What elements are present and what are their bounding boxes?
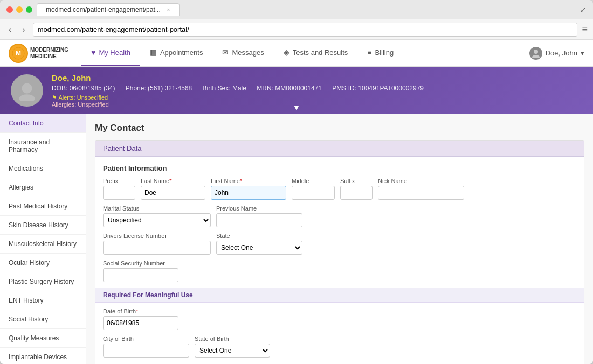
patient-data-section-header: Patient Data bbox=[95, 141, 584, 157]
tab-my-health[interactable]: ♥ My Health bbox=[81, 40, 140, 66]
nick-name-group: Nick Name bbox=[378, 178, 464, 200]
browser-menu-icon[interactable]: ≡ bbox=[582, 24, 588, 35]
marital-status-group: Marital Status Unspecified bbox=[103, 205, 211, 227]
ssn-label: Social Security Number bbox=[103, 260, 178, 267]
sidebar-item-past-medical-history[interactable]: Past Medical History bbox=[0, 197, 86, 216]
tab-appointments-label: Appointments bbox=[160, 48, 203, 57]
drivers-license-group: Drivers License Number bbox=[103, 233, 211, 255]
browser-titlebar: modmed.com/patient-engagement/pat... × ⤢ bbox=[0, 0, 593, 19]
user-name: Doe, John bbox=[546, 49, 577, 57]
minimize-button[interactable] bbox=[16, 6, 23, 13]
billing-icon: ≡ bbox=[367, 48, 371, 57]
sidebar-item-social-history[interactable]: Social History bbox=[0, 310, 86, 329]
patient-data-section-body: Patient Information Prefix Last Name* bbox=[95, 157, 584, 364]
browser-tab[interactable]: modmed.com/patient-engagement/pat... × bbox=[37, 3, 180, 16]
middle-input[interactable] bbox=[292, 186, 335, 200]
tests-icon: ◈ bbox=[284, 48, 289, 57]
maximize-button[interactable] bbox=[26, 6, 32, 13]
patient-information-title: Patient Information bbox=[103, 164, 576, 172]
heart-icon: ♥ bbox=[91, 48, 95, 57]
sidebar-item-skin-disease-history[interactable]: Skin Disease History bbox=[0, 216, 86, 235]
previous-name-input[interactable] bbox=[216, 213, 302, 227]
browser-toolbar: ‹ › ≡ bbox=[0, 19, 593, 40]
marital-status-select[interactable]: Unspecified bbox=[103, 213, 211, 227]
birth-location-row: City of Birth State of Birth Select One bbox=[103, 335, 576, 358]
suffix-input[interactable] bbox=[340, 186, 373, 200]
middle-label: Middle bbox=[292, 178, 335, 184]
tab-my-health-label: My Health bbox=[99, 48, 130, 57]
sidebar-item-implantable-devices[interactable]: Implantable Devices bbox=[0, 348, 86, 364]
forward-button[interactable]: › bbox=[19, 24, 28, 36]
dob-row: Date of Birth* bbox=[103, 308, 576, 330]
tab-tests-results-label: Tests and Results bbox=[293, 48, 348, 57]
patient-pms-id: PMS ID: 100491PAT000002979 bbox=[332, 85, 424, 92]
sidebar-item-quality-measures[interactable]: Quality Measures bbox=[0, 329, 86, 348]
sidebar-item-insurance-pharmacy[interactable]: Insurance and Pharmacy bbox=[0, 133, 86, 159]
svg-point-3 bbox=[532, 55, 540, 58]
tab-tests-results[interactable]: ◈ Tests and Results bbox=[274, 40, 358, 66]
ssn-row: Social Security Number bbox=[103, 260, 576, 282]
sidebar-item-medications[interactable]: Medications bbox=[0, 159, 86, 178]
dob-input[interactable] bbox=[103, 316, 178, 330]
previous-name-label: Previous Name bbox=[216, 205, 302, 212]
alerts-value: Unspecified bbox=[77, 94, 108, 101]
calendar-icon: ▦ bbox=[150, 48, 157, 57]
sidebar-item-ocular-history[interactable]: Ocular History bbox=[0, 254, 86, 272]
logo-text: MODERNIZING MEDICINE bbox=[30, 47, 68, 60]
dob-label: Date of Birth* bbox=[103, 308, 178, 314]
last-name-group: Last Name* bbox=[141, 178, 205, 200]
nick-name-input[interactable] bbox=[378, 186, 464, 200]
nick-name-label: Nick Name bbox=[378, 178, 464, 184]
ssn-group: Social Security Number bbox=[103, 260, 178, 282]
main-body: Contact Info Insurance and Pharmacy Medi… bbox=[0, 114, 593, 364]
logo-area: M MODERNIZING MEDICINE bbox=[9, 44, 68, 63]
ssn-input[interactable] bbox=[103, 268, 178, 282]
tab-messages[interactable]: ✉ Messages bbox=[212, 40, 273, 66]
sidebar: Contact Info Insurance and Pharmacy Medi… bbox=[0, 114, 86, 364]
zoom-icon[interactable]: ⤢ bbox=[580, 5, 587, 14]
sidebar-item-allergies[interactable]: Allergies bbox=[0, 178, 86, 197]
first-name-input[interactable] bbox=[211, 186, 286, 200]
browser-window: modmed.com/patient-engagement/pat... × ⤢… bbox=[0, 0, 593, 364]
sidebar-item-contact-info[interactable]: Contact Info bbox=[0, 114, 86, 133]
close-button[interactable] bbox=[6, 6, 13, 13]
tab-billing[interactable]: ≡ Billing bbox=[357, 40, 403, 66]
page-title: My Contact bbox=[95, 123, 584, 134]
user-menu[interactable]: Doe, John ▾ bbox=[529, 47, 584, 60]
suffix-group: Suffix bbox=[340, 178, 373, 200]
patient-data-section: Patient Data Patient Information Prefix bbox=[95, 140, 584, 364]
close-tab-icon[interactable]: × bbox=[167, 6, 170, 13]
city-of-birth-input[interactable] bbox=[103, 344, 189, 358]
patient-banner: Doe, John DOB: 06/08/1985 (34) Phone: (5… bbox=[0, 67, 593, 114]
allergies-value: Unspecified bbox=[78, 101, 108, 108]
tab-appointments[interactable]: ▦ Appointments bbox=[140, 40, 213, 66]
alerts-line: ⚑ Alerts: Unspecified bbox=[52, 94, 108, 101]
sidebar-item-ent-history[interactable]: ENT History bbox=[0, 291, 86, 310]
patient-alerts: ⚑ Alerts: Unspecified bbox=[52, 94, 432, 101]
back-button[interactable]: ‹ bbox=[5, 24, 15, 36]
sidebar-item-musculoskeletal-history[interactable]: Musculoskeletal History bbox=[0, 235, 86, 254]
alerts-label: ⚑ Alerts: bbox=[52, 94, 75, 101]
first-name-group: First Name* bbox=[211, 178, 286, 200]
last-name-input[interactable] bbox=[141, 186, 205, 200]
prefix-input[interactable] bbox=[103, 186, 135, 200]
patient-dob: DOB: 06/08/1985 (34) bbox=[52, 85, 115, 92]
state-group: State Select One bbox=[216, 233, 302, 255]
user-dropdown-icon: ▾ bbox=[581, 49, 584, 57]
svg-point-2 bbox=[534, 50, 538, 54]
sidebar-item-plastic-surgery-history[interactable]: Plastic Surgery History bbox=[0, 272, 86, 291]
state-of-birth-group: State of Birth Select One bbox=[195, 335, 270, 358]
state-of-birth-select[interactable]: Select One bbox=[195, 344, 270, 358]
tab-billing-label: Billing bbox=[375, 48, 394, 57]
message-icon: ✉ bbox=[222, 48, 229, 57]
banner-chevron-down-icon[interactable]: ▼ bbox=[293, 103, 300, 112]
suffix-label: Suffix bbox=[340, 178, 373, 184]
drivers-license-input[interactable] bbox=[103, 241, 211, 255]
state-select[interactable]: Select One bbox=[216, 241, 302, 255]
state-of-birth-label: State of Birth bbox=[195, 335, 270, 342]
state-label: State bbox=[216, 233, 302, 239]
marital-row: Marital Status Unspecified Previous Name bbox=[103, 205, 576, 227]
address-bar[interactable] bbox=[33, 23, 578, 37]
svg-point-4 bbox=[22, 83, 32, 93]
patient-info: Doe, John DOB: 06/08/1985 (34) Phone: (5… bbox=[52, 73, 432, 108]
